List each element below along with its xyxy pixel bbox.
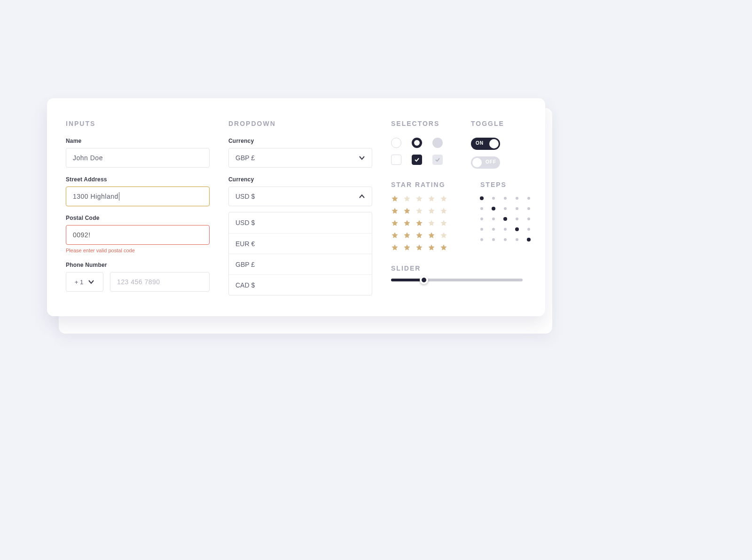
step-dot[interactable] — [527, 197, 530, 200]
checkbox-checked[interactable] — [412, 155, 422, 165]
street-label: Street Address — [66, 176, 210, 183]
currency-closed-value: GBP £ — [235, 154, 255, 162]
step-dot[interactable] — [516, 238, 518, 241]
radio-unselected[interactable] — [391, 138, 401, 148]
step-dot[interactable] — [492, 238, 495, 241]
star-rating-row[interactable] — [391, 219, 452, 227]
country-code-select[interactable]: + 1 — [66, 272, 103, 292]
step-dot[interactable] — [492, 197, 495, 200]
star[interactable] — [391, 219, 399, 227]
street-input[interactable]: 1300 Highland — [66, 187, 210, 206]
star[interactable] — [403, 195, 411, 202]
slider-thumb[interactable] — [420, 276, 428, 284]
step-dot[interactable] — [480, 228, 483, 231]
step-dot[interactable] — [516, 207, 518, 210]
star[interactable] — [428, 195, 435, 202]
star-rating-row[interactable] — [391, 232, 452, 239]
steps-row[interactable] — [480, 197, 530, 200]
step-dot[interactable] — [515, 227, 519, 231]
radio-row — [391, 138, 443, 148]
toggle-off[interactable]: OFF — [471, 156, 500, 169]
steps-row[interactable] — [480, 238, 530, 241]
star[interactable] — [428, 219, 435, 227]
checkbox-disabled — [432, 155, 443, 165]
star-rating-row[interactable] — [391, 195, 452, 202]
step-dot[interactable] — [492, 218, 495, 220]
selectors-block: SELECTORS — [391, 120, 443, 171]
currency-option[interactable]: EUR € — [229, 233, 372, 254]
step-dot[interactable] — [492, 228, 495, 231]
star-icon — [428, 232, 435, 239]
step-dot[interactable] — [527, 228, 530, 231]
misc-column: SELECTORS TOGGLE — [391, 120, 530, 296]
steps-row[interactable] — [480, 218, 530, 220]
dropdown-title: DROPDOWN — [228, 120, 372, 127]
star[interactable] — [415, 195, 423, 202]
star[interactable] — [428, 232, 435, 239]
star[interactable] — [440, 195, 447, 202]
step-dot[interactable] — [492, 207, 495, 210]
step-dot[interactable] — [504, 197, 507, 200]
toggle-on[interactable]: ON — [471, 138, 500, 150]
currency-closed-select[interactable]: GBP £ — [228, 148, 372, 168]
star[interactable] — [428, 207, 435, 215]
checkbox-unchecked[interactable] — [391, 155, 401, 165]
step-dot[interactable] — [480, 196, 484, 200]
steps-row[interactable] — [480, 207, 530, 210]
currency-open-select[interactable]: USD $ — [228, 187, 372, 206]
step-dot[interactable] — [503, 217, 507, 221]
star[interactable] — [391, 207, 399, 215]
toggle-title: TOGGLE — [471, 120, 504, 127]
currency-option[interactable]: USD $ — [229, 212, 372, 233]
star[interactable] — [440, 207, 447, 215]
step-dot[interactable] — [516, 218, 518, 220]
slider-fill — [391, 279, 424, 281]
star[interactable] — [391, 244, 399, 251]
star[interactable] — [440, 219, 447, 227]
postal-label: Postal Code — [66, 215, 210, 221]
star[interactable] — [415, 244, 423, 251]
step-dot[interactable] — [504, 228, 507, 231]
step-dot[interactable] — [527, 238, 531, 241]
dropdown-column: DROPDOWN Currency GBP £ Currency USD $ U… — [228, 120, 372, 296]
step-dot[interactable] — [504, 207, 507, 210]
currency-option[interactable]: CAD $ — [229, 274, 372, 295]
currency-option[interactable]: GBP £ — [229, 254, 372, 274]
phone-input[interactable]: 123 456 7890 — [110, 272, 210, 292]
star[interactable] — [415, 207, 423, 215]
steps-container — [480, 197, 530, 249]
step-dot[interactable] — [516, 197, 518, 200]
step-dot[interactable] — [480, 238, 483, 241]
chevron-down-icon — [359, 155, 365, 161]
selectors-title: SELECTORS — [391, 120, 443, 127]
star-icon — [403, 207, 411, 215]
star[interactable] — [403, 219, 411, 227]
star-rating-row[interactable] — [391, 244, 452, 251]
star[interactable] — [391, 232, 399, 239]
star[interactable] — [391, 195, 399, 202]
star[interactable] — [403, 232, 411, 239]
star[interactable] — [403, 207, 411, 215]
star[interactable] — [440, 232, 447, 239]
step-dot[interactable] — [527, 207, 530, 210]
step-dot[interactable] — [480, 207, 483, 210]
step-dot[interactable] — [504, 238, 507, 241]
street-input-value: 1300 Highland — [73, 193, 118, 200]
star-icon — [440, 244, 447, 251]
radio-selected[interactable] — [412, 138, 422, 148]
steps-row[interactable] — [480, 228, 530, 231]
step-dot[interactable] — [480, 218, 483, 220]
star[interactable] — [440, 244, 447, 251]
inputs-title: INPUTS — [66, 120, 210, 127]
slider-title: SLIDER — [391, 264, 530, 272]
slider-track[interactable] — [391, 279, 523, 281]
star[interactable] — [428, 244, 435, 251]
star-rating-row[interactable] — [391, 207, 452, 215]
star[interactable] — [415, 232, 423, 239]
star[interactable] — [415, 219, 423, 227]
star[interactable] — [403, 244, 411, 251]
star-icon — [415, 244, 423, 251]
step-dot[interactable] — [527, 218, 530, 220]
name-input[interactable]: John Doe — [66, 148, 210, 168]
postal-input[interactable]: 0092! — [66, 225, 210, 245]
